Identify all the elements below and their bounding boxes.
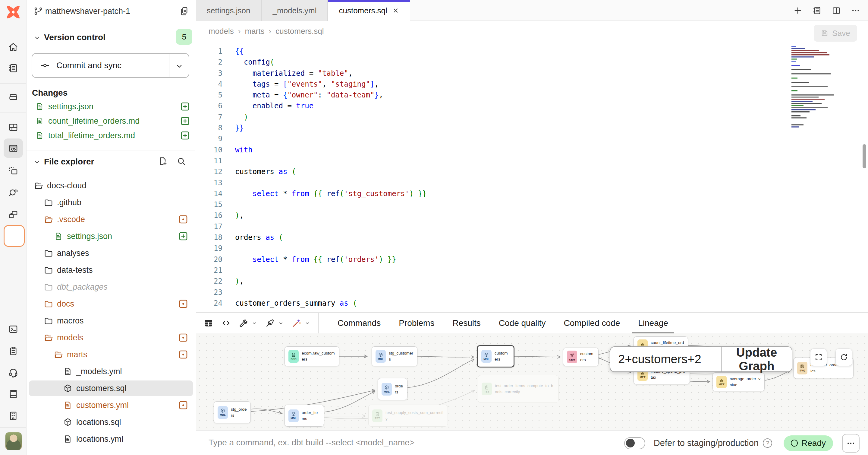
sem-icon (569, 353, 575, 358)
rail-item-building[interactable] (0, 405, 27, 426)
rail-item-windows[interactable] (0, 204, 27, 225)
file-tree-item[interactable]: models (29, 330, 193, 345)
lineage-node[interactable]: TSTtest_order_items_compute_to_bools_cor… (478, 375, 559, 403)
file-tree-item[interactable]: customers.yml (29, 397, 193, 413)
rail-item-headset[interactable] (0, 362, 27, 383)
ready-status-label: Ready (801, 438, 826, 448)
lineage-selector-input[interactable]: 2+customers+2 (610, 347, 721, 371)
format-icon[interactable] (265, 318, 275, 328)
rail-item-home[interactable] (0, 36, 27, 58)
lineage-node[interactable]: MDLorders (378, 378, 407, 400)
lineage-fullscreen-button[interactable] (810, 348, 827, 366)
changed-file-row[interactable]: total_lifetime_orders.md (29, 129, 193, 142)
save-button[interactable]: Save (814, 25, 857, 41)
code-editor[interactable]: 123456789101112131415161718192021222324 … (196, 41, 868, 312)
changed-file-name: count_lifetime_orders.md (48, 116, 140, 126)
copy-icon[interactable] (179, 6, 189, 16)
rail-item-book[interactable] (0, 383, 27, 405)
file-tree-item[interactable]: macros (29, 313, 193, 329)
file-tree-item[interactable]: analyses (29, 245, 193, 261)
editor-minimap[interactable] (789, 45, 842, 133)
file-list-icon[interactable] (812, 6, 822, 15)
file-tree-item[interactable]: docs (29, 296, 193, 312)
rail-item-grid[interactable] (0, 117, 27, 138)
lineage-node[interactable]: MDLorder_items (284, 405, 324, 427)
editor-tab[interactable]: customers.sql (328, 0, 410, 21)
status-badge[interactable]: Ready (784, 435, 833, 451)
chevron-down-icon[interactable] (278, 320, 284, 326)
panel-tab-problems[interactable]: Problems (390, 313, 443, 334)
more-options-icon[interactable] (851, 6, 860, 15)
line-number: 1 (196, 46, 222, 57)
panel-tab-lineage[interactable]: Lineage (629, 313, 677, 334)
lineage-refresh-button[interactable] (835, 348, 852, 366)
search-icon[interactable] (177, 157, 186, 166)
notebook-icon (8, 63, 19, 73)
code-content[interactable]: {{ config( materialized = "table", tags … (235, 46, 427, 309)
panel-tab-commands[interactable]: Commands (329, 313, 390, 334)
help-icon[interactable]: ? (763, 438, 772, 448)
panel-tab-code-quality[interactable]: Code quality (490, 313, 555, 334)
close-icon[interactable] (392, 7, 399, 14)
update-graph-button[interactable]: Update Graph (721, 347, 792, 371)
compile-code-icon[interactable] (221, 318, 231, 328)
node-type-label: SEM (569, 358, 575, 361)
editor-tab[interactable]: settings.json (196, 0, 262, 21)
file-tree-item[interactable]: docs-cloud (29, 178, 193, 193)
build-wrench-icon[interactable] (239, 318, 248, 328)
more-actions-button[interactable] (842, 434, 860, 453)
chevron-down-icon[interactable] (33, 158, 41, 166)
lineage-canvas[interactable]: SRCecom.raw_customersMDLstg_customersMDL… (196, 333, 868, 430)
rail-item-notebook[interactable] (0, 58, 27, 79)
file-tree-item[interactable]: customers.sql (29, 380, 193, 396)
file-tree-item[interactable]: data-tests (29, 262, 193, 278)
lineage-node[interactable]: SEMcustomers (563, 348, 598, 366)
changed-file-row[interactable]: settings.json (29, 99, 193, 113)
file-tree-item[interactable]: locations.sql (29, 414, 193, 430)
lineage-node[interactable]: METaverage_order_value (712, 372, 765, 391)
command-input[interactable]: Type a command, ex. dbt build --select <… (209, 438, 414, 448)
new-tab-icon[interactable] (793, 6, 802, 15)
split-editor-icon[interactable] (832, 6, 841, 15)
file-tree-item[interactable]: dbt_packages (29, 279, 193, 295)
rail-item-canvas[interactable] (0, 160, 27, 181)
new-file-icon[interactable] (158, 156, 167, 166)
rail-item-tray[interactable] (0, 86, 27, 107)
panel-tab-results[interactable]: Results (443, 313, 490, 334)
user-avatar[interactable] (5, 432, 22, 450)
lineage-node[interactable]: MDLstg_orders (214, 401, 251, 423)
panel-tab-compiled-code[interactable]: Compiled code (555, 313, 629, 334)
ellipsis-icon (846, 439, 855, 448)
defer-toggle[interactable] (624, 437, 645, 449)
file-tree-item[interactable]: .vscode (29, 211, 193, 227)
lineage-node[interactable]: MDLcustomers (477, 345, 515, 368)
rail-item-code-window[interactable] (0, 138, 27, 159)
lineage-node[interactable]: MDLstg_customers (372, 346, 417, 366)
changed-file-row[interactable]: count_lifetime_orders.md (29, 114, 193, 128)
rail-item-insight[interactable] (0, 182, 27, 203)
rail-item-clipboard[interactable] (0, 340, 27, 362)
file-tree-item[interactable]: settings.json (29, 228, 193, 244)
stage-plus-icon (180, 116, 190, 126)
chevron-down-icon[interactable] (304, 320, 310, 326)
lineage-node[interactable]: TSTtest_supply_costs_sum_correctly (368, 405, 448, 427)
breadcrumb-segment[interactable]: models (209, 27, 234, 36)
breadcrumb-segment[interactable]: customers.sql (276, 27, 324, 36)
rail-item-terminal[interactable] (0, 319, 27, 340)
preview-table-icon[interactable] (204, 318, 213, 328)
file-tree-item[interactable]: .github (29, 195, 193, 210)
file-tree-item[interactable]: marts (29, 347, 193, 362)
node-type-badge: MDL (288, 409, 299, 422)
lineage-node[interactable]: SRCecom.raw_customers (284, 346, 339, 366)
file-tree-item[interactable]: _models.yml (29, 364, 193, 379)
rail-item-atom[interactable] (0, 225, 27, 246)
chevron-down-icon[interactable] (33, 34, 41, 41)
copilot-wand-icon[interactable] (292, 318, 301, 328)
breadcrumb-segment[interactable]: marts (245, 27, 265, 36)
commit-and-sync-button[interactable]: Commit and sync (32, 53, 189, 78)
file-tree-item[interactable]: locations.yml (29, 431, 193, 447)
commit-dropdown-chevron-icon[interactable] (175, 61, 184, 70)
editor-scrollbar[interactable] (863, 144, 866, 168)
chevron-down-icon[interactable] (251, 320, 257, 326)
editor-tab[interactable]: _models.yml (262, 0, 328, 21)
